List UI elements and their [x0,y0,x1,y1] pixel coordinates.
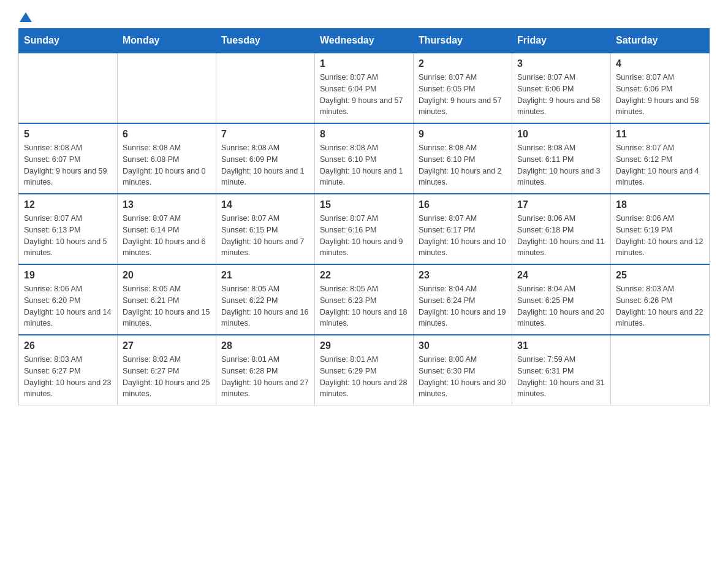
calendar-cell: 12Sunrise: 8:07 AM Sunset: 6:13 PM Dayli… [19,194,118,264]
calendar-cell [611,335,710,405]
calendar-cell: 16Sunrise: 8:07 AM Sunset: 6:17 PM Dayli… [414,194,512,264]
calendar-cell: 7Sunrise: 8:08 AM Sunset: 6:09 PM Daylig… [216,123,315,194]
day-number: 8 [320,129,408,140]
day-number: 22 [320,270,408,281]
weekday-header-tuesday: Tuesday [216,29,315,53]
calendar-cell: 4Sunrise: 8:07 AM Sunset: 6:06 PM Daylig… [611,53,710,123]
day-info: Sunrise: 8:00 AM Sunset: 6:30 PM Dayligh… [419,354,507,400]
day-info: Sunrise: 8:03 AM Sunset: 6:27 PM Dayligh… [24,354,112,400]
calendar-cell: 21Sunrise: 8:05 AM Sunset: 6:22 PM Dayli… [216,264,315,335]
calendar-cell: 25Sunrise: 8:03 AM Sunset: 6:26 PM Dayli… [611,264,710,335]
day-info: Sunrise: 8:03 AM Sunset: 6:26 PM Dayligh… [616,283,704,329]
day-number: 27 [123,340,211,351]
day-info: Sunrise: 8:07 AM Sunset: 6:12 PM Dayligh… [616,142,704,188]
day-number: 18 [616,199,704,210]
day-number: 15 [320,199,408,210]
day-number: 7 [221,129,309,140]
calendar-cell [118,53,216,123]
day-number: 16 [419,199,507,210]
calendar-cell: 20Sunrise: 8:05 AM Sunset: 6:21 PM Dayli… [118,264,216,335]
calendar-cell: 18Sunrise: 8:06 AM Sunset: 6:19 PM Dayli… [611,194,710,264]
day-info: Sunrise: 8:06 AM Sunset: 6:20 PM Dayligh… [24,283,112,329]
calendar-cell: 27Sunrise: 8:02 AM Sunset: 6:27 PM Dayli… [118,335,216,405]
calendar-cell: 9Sunrise: 8:08 AM Sunset: 6:10 PM Daylig… [414,123,512,194]
weekday-header-thursday: Thursday [414,29,512,53]
calendar-cell: 19Sunrise: 8:06 AM Sunset: 6:20 PM Dayli… [19,264,118,335]
calendar-cell: 11Sunrise: 8:07 AM Sunset: 6:12 PM Dayli… [611,123,710,194]
day-number: 28 [221,340,309,351]
day-number: 21 [221,270,309,281]
day-number: 4 [616,58,704,69]
day-number: 5 [24,129,112,140]
day-number: 13 [123,199,211,210]
day-number: 29 [320,340,408,351]
day-info: Sunrise: 8:06 AM Sunset: 6:18 PM Dayligh… [517,213,605,259]
calendar-cell: 24Sunrise: 8:04 AM Sunset: 6:25 PM Dayli… [512,264,611,335]
day-number: 24 [517,270,605,281]
calendar-table: SundayMondayTuesdayWednesdayThursdayFrid… [18,28,710,405]
calendar-cell: 28Sunrise: 8:01 AM Sunset: 6:28 PM Dayli… [216,335,315,405]
calendar-cell: 2Sunrise: 8:07 AM Sunset: 6:05 PM Daylig… [414,53,512,123]
calendar-cell: 17Sunrise: 8:06 AM Sunset: 6:18 PM Dayli… [512,194,611,264]
day-number: 10 [517,129,605,140]
day-info: Sunrise: 8:07 AM Sunset: 6:16 PM Dayligh… [320,213,408,259]
day-info: Sunrise: 8:04 AM Sunset: 6:24 PM Dayligh… [419,283,507,329]
weekday-header-row: SundayMondayTuesdayWednesdayThursdayFrid… [19,29,710,53]
day-number: 3 [517,58,605,69]
day-number: 12 [24,199,112,210]
calendar-cell: 15Sunrise: 8:07 AM Sunset: 6:16 PM Dayli… [315,194,414,264]
day-info: Sunrise: 8:07 AM Sunset: 6:17 PM Dayligh… [419,213,507,259]
calendar-cell: 6Sunrise: 8:08 AM Sunset: 6:08 PM Daylig… [118,123,216,194]
day-info: Sunrise: 8:07 AM Sunset: 6:06 PM Dayligh… [616,72,704,118]
calendar-week-2: 5Sunrise: 8:08 AM Sunset: 6:07 PM Daylig… [19,123,710,194]
calendar-cell: 5Sunrise: 8:08 AM Sunset: 6:07 PM Daylig… [19,123,118,194]
day-number: 23 [419,270,507,281]
day-number: 1 [320,58,408,69]
day-number: 19 [24,270,112,281]
calendar-week-3: 12Sunrise: 8:07 AM Sunset: 6:13 PM Dayli… [19,194,710,264]
calendar-cell: 14Sunrise: 8:07 AM Sunset: 6:15 PM Dayli… [216,194,315,264]
calendar-cell: 30Sunrise: 8:00 AM Sunset: 6:30 PM Dayli… [414,335,512,405]
calendar-cell [19,53,118,123]
day-info: Sunrise: 8:07 AM Sunset: 6:05 PM Dayligh… [419,72,507,118]
day-number: 26 [24,340,112,351]
day-number: 6 [123,129,211,140]
day-info: Sunrise: 7:59 AM Sunset: 6:31 PM Dayligh… [517,354,605,400]
day-info: Sunrise: 8:05 AM Sunset: 6:21 PM Dayligh… [123,283,211,329]
calendar-week-5: 26Sunrise: 8:03 AM Sunset: 6:27 PM Dayli… [19,335,710,405]
calendar-body: 1Sunrise: 8:07 AM Sunset: 6:04 PM Daylig… [19,53,710,405]
calendar-week-4: 19Sunrise: 8:06 AM Sunset: 6:20 PM Dayli… [19,264,710,335]
calendar-cell: 1Sunrise: 8:07 AM Sunset: 6:04 PM Daylig… [315,53,414,123]
calendar-cell: 29Sunrise: 8:01 AM Sunset: 6:29 PM Dayli… [315,335,414,405]
day-number: 31 [517,340,605,351]
calendar-cell: 3Sunrise: 8:07 AM Sunset: 6:06 PM Daylig… [512,53,611,123]
day-info: Sunrise: 8:05 AM Sunset: 6:22 PM Dayligh… [221,283,309,329]
weekday-header-friday: Friday [512,29,611,53]
day-number: 25 [616,270,704,281]
day-info: Sunrise: 8:07 AM Sunset: 6:14 PM Dayligh… [123,213,211,259]
day-info: Sunrise: 8:07 AM Sunset: 6:04 PM Dayligh… [320,72,408,118]
weekday-header-sunday: Sunday [19,29,118,53]
day-info: Sunrise: 8:02 AM Sunset: 6:27 PM Dayligh… [123,354,211,400]
day-info: Sunrise: 8:05 AM Sunset: 6:23 PM Dayligh… [320,283,408,329]
day-number: 17 [517,199,605,210]
calendar-cell [216,53,315,123]
calendar-cell: 8Sunrise: 8:08 AM Sunset: 6:10 PM Daylig… [315,123,414,194]
day-info: Sunrise: 8:08 AM Sunset: 6:10 PM Dayligh… [419,142,507,188]
day-info: Sunrise: 8:08 AM Sunset: 6:10 PM Dayligh… [320,142,408,188]
weekday-header-monday: Monday [118,29,216,53]
day-info: Sunrise: 8:08 AM Sunset: 6:08 PM Dayligh… [123,142,211,188]
logo-triangle-icon [20,12,32,22]
day-info: Sunrise: 8:07 AM Sunset: 6:06 PM Dayligh… [517,72,605,118]
weekday-header-saturday: Saturday [611,29,710,53]
calendar-cell: 23Sunrise: 8:04 AM Sunset: 6:24 PM Dayli… [414,264,512,335]
calendar-cell: 22Sunrise: 8:05 AM Sunset: 6:23 PM Dayli… [315,264,414,335]
day-info: Sunrise: 8:01 AM Sunset: 6:28 PM Dayligh… [221,354,309,400]
day-info: Sunrise: 8:08 AM Sunset: 6:09 PM Dayligh… [221,142,309,188]
calendar-cell: 26Sunrise: 8:03 AM Sunset: 6:27 PM Dayli… [19,335,118,405]
day-info: Sunrise: 8:08 AM Sunset: 6:11 PM Dayligh… [517,142,605,188]
page-header [18,12,710,22]
calendar-week-1: 1Sunrise: 8:07 AM Sunset: 6:04 PM Daylig… [19,53,710,123]
logo [18,12,33,22]
calendar-cell: 31Sunrise: 7:59 AM Sunset: 6:31 PM Dayli… [512,335,611,405]
